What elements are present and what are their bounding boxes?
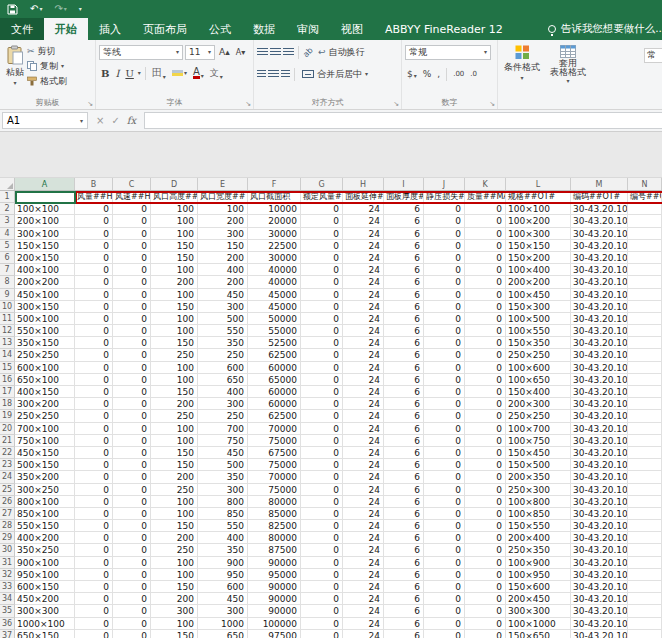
- row-header-31[interactable]: 31: [0, 557, 15, 569]
- cell[interactable]: 100×750: [506, 435, 571, 447]
- cell[interactable]: 400: [198, 264, 248, 276]
- cell[interactable]: 150: [151, 337, 198, 349]
- cell[interactable]: 0: [113, 593, 151, 605]
- bold-button[interactable]: B: [99, 67, 111, 80]
- cell[interactable]: 0: [301, 423, 343, 435]
- cell[interactable]: 0: [301, 228, 343, 240]
- cell[interactable]: 0: [424, 569, 465, 581]
- cell[interactable]: 200×400: [506, 532, 571, 544]
- cell[interactable]: 30-43.20.10: [571, 410, 628, 422]
- cell[interactable]: 0: [301, 398, 343, 410]
- cell[interactable]: 24: [343, 605, 384, 617]
- cell[interactable]: 30-43.20.10: [571, 630, 628, 638]
- cell[interactable]: [628, 496, 662, 508]
- cell[interactable]: 0: [113, 605, 151, 617]
- cell[interactable]: 0: [301, 557, 343, 569]
- cell[interactable]: 0: [465, 496, 506, 508]
- row-header-33[interactable]: 33: [0, 581, 15, 593]
- cell[interactable]: 24: [343, 313, 384, 325]
- cell[interactable]: 0: [75, 520, 113, 532]
- cell[interactable]: 6: [384, 520, 424, 532]
- column-header-B[interactable]: B: [75, 178, 113, 190]
- formula-input[interactable]: [144, 112, 662, 129]
- undo-button[interactable]: ↶▾: [30, 4, 42, 14]
- cell[interactable]: 50000: [248, 313, 301, 325]
- cell[interactable]: 250: [151, 410, 198, 422]
- cell[interactable]: 0: [113, 398, 151, 410]
- cell[interactable]: 6: [384, 508, 424, 520]
- row-header-32[interactable]: 32: [0, 569, 15, 581]
- cell[interactable]: 350×250: [15, 544, 75, 556]
- cell[interactable]: 55000: [248, 325, 301, 337]
- accounting-format-button[interactable]: $▾: [405, 68, 419, 80]
- cell[interactable]: 0: [75, 544, 113, 556]
- cell[interactable]: 0: [465, 264, 506, 276]
- cell[interactable]: 100×700: [506, 423, 571, 435]
- cut-button[interactable]: ✂ 剪切: [27, 44, 67, 58]
- cell[interactable]: 30-43.20.10: [571, 581, 628, 593]
- cell[interactable]: 6: [384, 618, 424, 630]
- cell[interactable]: 0: [301, 410, 343, 422]
- column-header-J[interactable]: J: [424, 178, 465, 190]
- cell[interactable]: 90000: [248, 557, 301, 569]
- cell[interactable]: 24: [343, 569, 384, 581]
- cell[interactable]: 0: [465, 289, 506, 301]
- cell[interactable]: [628, 423, 662, 435]
- cell[interactable]: 0: [75, 410, 113, 422]
- cell[interactable]: 24: [343, 240, 384, 252]
- select-all-corner[interactable]: [0, 178, 15, 190]
- cell[interactable]: 0: [113, 532, 151, 544]
- cell[interactable]: 30-43.20.10: [571, 532, 628, 544]
- cell[interactable]: 550×150: [15, 520, 75, 532]
- cell[interactable]: 0: [301, 532, 343, 544]
- cell[interactable]: 6: [384, 423, 424, 435]
- cell[interactable]: 400: [198, 532, 248, 544]
- cell[interactable]: [628, 459, 662, 471]
- cell[interactable]: 100: [151, 569, 198, 581]
- cell[interactable]: 0: [301, 325, 343, 337]
- cell[interactable]: [628, 228, 662, 240]
- cell[interactable]: 0: [301, 630, 343, 638]
- cell[interactable]: 100: [151, 264, 198, 276]
- cell[interactable]: [628, 215, 662, 227]
- cell[interactable]: 0: [75, 386, 113, 398]
- cell[interactable]: 90000: [248, 581, 301, 593]
- cell[interactable]: 0: [424, 362, 465, 374]
- cell[interactable]: 0: [113, 508, 151, 520]
- cell[interactable]: 100: [151, 289, 198, 301]
- cell[interactable]: 300: [198, 605, 248, 617]
- cell[interactable]: 0: [465, 386, 506, 398]
- cell[interactable]: 100×500: [506, 313, 571, 325]
- tab-page-layout[interactable]: 页面布局: [132, 18, 198, 40]
- cell[interactable]: 0: [113, 289, 151, 301]
- cell[interactable]: 0: [424, 215, 465, 227]
- cell[interactable]: 30-43.20.10: [571, 374, 628, 386]
- cell[interactable]: 0: [424, 496, 465, 508]
- cell[interactable]: 0: [113, 301, 151, 313]
- row-header-13[interactable]: 13: [0, 337, 15, 349]
- cell[interactable]: 0: [113, 410, 151, 422]
- cell[interactable]: 900×100: [15, 557, 75, 569]
- row-header-36[interactable]: 36: [0, 618, 15, 630]
- tab-data[interactable]: 数据: [242, 18, 286, 40]
- row-header-8[interactable]: 8: [0, 276, 15, 288]
- number-format-select[interactable]: 常规 ▾: [405, 45, 491, 60]
- cell[interactable]: 30-43.20.10: [571, 398, 628, 410]
- cell[interactable]: 0: [424, 544, 465, 556]
- cell[interactable]: 30-43.20.10: [571, 484, 628, 496]
- cell[interactable]: 200: [198, 252, 248, 264]
- cell[interactable]: [628, 593, 662, 605]
- cell[interactable]: [628, 203, 662, 215]
- cell[interactable]: 350: [198, 337, 248, 349]
- cell[interactable]: [628, 508, 662, 520]
- cell[interactable]: 6: [384, 605, 424, 617]
- cell[interactable]: 300×100: [15, 228, 75, 240]
- cell[interactable]: 0: [113, 423, 151, 435]
- tell-me-box[interactable]: 告诉我您想要做什么...: [548, 18, 662, 40]
- cell[interactable]: 24: [343, 618, 384, 630]
- cell[interactable]: 200×150: [15, 252, 75, 264]
- cell[interactable]: 0: [424, 374, 465, 386]
- cell[interactable]: 0: [113, 496, 151, 508]
- cell[interactable]: 30-43.20.10: [571, 386, 628, 398]
- row-header-7[interactable]: 7: [0, 264, 15, 276]
